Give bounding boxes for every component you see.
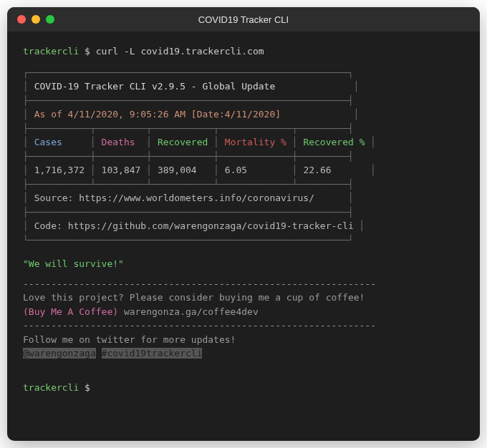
divider-2: ----------------------------------------… — [23, 318, 464, 333]
val-deaths: 103,847 — [102, 165, 141, 175]
terminal-window: COVID19 Tracker CLI trackercli $ curl -L… — [7, 7, 480, 441]
prompt-host: trackercli — [23, 46, 79, 57]
source-row: │ Source: https://www.worldometers.info/… — [23, 191, 464, 205]
prompt-symbol-2: $ — [85, 382, 90, 393]
buy-coffee-label: (Buy Me A Coffee) — [23, 306, 118, 317]
box-border: ├───────────┼─────────┼───────────┼─────… — [23, 150, 464, 164]
command-line: trackercli $ curl -L covid19.trackercli.… — [23, 44, 464, 59]
col-cases: Cases — [34, 137, 62, 147]
col-mortality: Mortality % — [225, 137, 286, 147]
code-url: https://github.com/warengonzaga/covid19-… — [68, 220, 354, 231]
social-line: @warengonzaga #covid19trackercli — [23, 346, 464, 361]
columns-row: │ Cases │ Deaths │ Recovered │ Mortality… — [23, 135, 464, 150]
col-recovered-pct: Recovered % — [303, 137, 365, 147]
command-text: curl -L covid19.trackercli.com — [96, 46, 264, 57]
values-row: │ 1,716,372 │ 103,847 │ 389,004 │ 6.05 │… — [23, 163, 464, 177]
asof-text: As of 4/11/2020, 9:05:26 AM [Date:4/11/2… — [34, 109, 281, 120]
source-url: https://www.worldometers.info/coronaviru… — [79, 193, 314, 203]
col-recovered: Recovered — [158, 137, 208, 147]
twitter-handle: @warengonzaga — [23, 348, 96, 359]
prompt-host-2: trackercli — [23, 382, 79, 393]
header-text: COVID-19 Tracker CLI v2.9.5 - Global Upd… — [34, 81, 276, 92]
follow-line: Follow me on twitter for more updates! — [23, 333, 464, 347]
box-border: ├───────────────────────────────────────… — [23, 205, 464, 220]
asof-row: │ As of 4/11/2020, 9:05:26 AM [Date:4/11… — [23, 107, 464, 122]
prompt-symbol: $ — [85, 46, 90, 57]
window-title: COVID19 Tracker CLI — [7, 14, 480, 25]
val-recovered-pct: 22.66 — [303, 165, 331, 175]
val-recovered: 389,004 — [158, 165, 197, 175]
val-mortality: 6.05 — [225, 165, 247, 175]
code-label: Code: — [34, 220, 68, 231]
terminal-content[interactable]: trackercli $ curl -L covid19.trackercli.… — [7, 31, 480, 407]
box-border: ├───────────┴─────────┴───────────┴─────… — [23, 177, 464, 192]
box-border-top: ┌───────────────────────────────────────… — [23, 66, 464, 80]
val-cases: 1,716,372 — [34, 165, 85, 175]
source-label: Source: — [34, 193, 79, 203]
header-row: │ COVID-19 Tracker CLI v2.9.5 - Global U… — [23, 79, 464, 94]
output-box: ┌───────────────────────────────────────… — [23, 66, 464, 248]
code-row: │ Code: https://github.com/warengonzaga/… — [23, 219, 464, 233]
buy-coffee-url: warengonza.ga/coffee4dev — [124, 306, 259, 317]
quote-text: "We will survive!" — [23, 257, 464, 271]
box-border: ├───────────┬─────────┬───────────┬─────… — [23, 122, 464, 136]
box-border: ├───────────────────────────────────────… — [23, 94, 464, 108]
hashtag: #covid19trackercli — [102, 348, 203, 359]
coffee-line: (Buy Me A Coffee) warengonza.ga/coffee4d… — [23, 305, 464, 319]
titlebar: COVID19 Tracker CLI — [7, 7, 480, 31]
col-deaths: Deaths — [102, 137, 135, 147]
love-line: Love this project? Please consider buyin… — [23, 291, 464, 305]
box-border-bottom: └───────────────────────────────────────… — [23, 233, 464, 248]
prompt-idle[interactable]: trackercli $ — [23, 381, 464, 395]
divider-1: ----------------------------------------… — [23, 277, 464, 291]
